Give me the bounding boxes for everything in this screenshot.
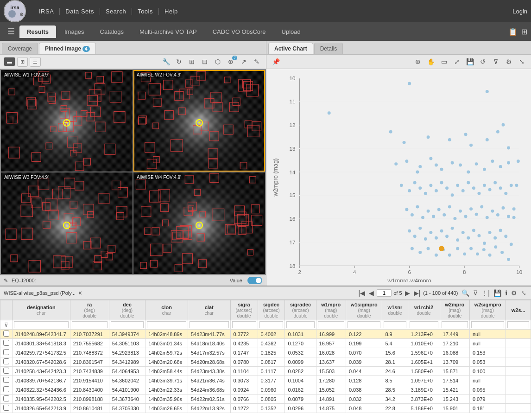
tab-catalogs[interactable]: Catalogs xyxy=(93,25,131,38)
view-single[interactable]: ▬ xyxy=(4,57,15,66)
row-checkbox[interactable] xyxy=(0,376,13,385)
crop-icon[interactable]: ⊟ xyxy=(199,57,210,67)
row-checkbox[interactable] xyxy=(0,357,13,367)
col-sigdec[interactable]: sigdec(arcsec)double xyxy=(258,300,285,320)
col-w2mpro[interactable]: w2mpro(mag)double xyxy=(440,300,469,320)
first-page-btn[interactable]: |◀ xyxy=(358,289,367,297)
save-chart-icon[interactable]: 💾 xyxy=(464,57,475,67)
col-sigradec[interactable]: sigradec(arcsec)double xyxy=(285,300,316,320)
view-list[interactable]: ☰ xyxy=(30,57,41,67)
tab-details[interactable]: Details xyxy=(314,43,343,54)
nav-tools[interactable]: Tools xyxy=(132,8,159,15)
image-w3[interactable]: AllWISE W3 FOV:4.9' xyxy=(1,172,133,274)
col-designation[interactable]: designationchar xyxy=(13,300,70,320)
login-button[interactable]: Login xyxy=(512,8,527,15)
fit-screen-icon[interactable]: ⤢ xyxy=(451,57,462,67)
filter-w1sigmpro[interactable] xyxy=(348,321,381,328)
filter-ra[interactable] xyxy=(72,321,107,328)
image-w4[interactable]: AllWISE W4 FOV:4.9' xyxy=(133,172,265,274)
col-w2s[interactable]: w2s... xyxy=(506,300,531,320)
filter-dec[interactable] xyxy=(111,321,144,328)
column-settings-icon[interactable]: ⋮| xyxy=(480,288,491,298)
tab-coverage[interactable]: Coverage xyxy=(2,43,38,54)
tab-images[interactable]: Images xyxy=(57,25,92,38)
next-page-btn[interactable]: ▶ xyxy=(404,289,411,297)
nav-irsa[interactable]: IRSA xyxy=(33,8,60,15)
pan-icon[interactable]: ✋ xyxy=(425,57,436,67)
filter-designation[interactable] xyxy=(14,321,69,328)
filter-w1rchi2[interactable] xyxy=(410,321,438,328)
expand-table-icon[interactable]: ⤡ xyxy=(520,288,527,298)
nav-icon-2[interactable]: ⊞ xyxy=(521,27,527,36)
row-checkbox[interactable] xyxy=(0,330,13,339)
filter-clat[interactable] xyxy=(190,321,229,328)
col-clat[interactable]: clatchar xyxy=(188,300,230,320)
nav-icon-1[interactable]: 📋 xyxy=(508,27,518,36)
tab-cadc[interactable]: CADC VO ObsCore xyxy=(205,25,273,38)
filter-w2mpro[interactable] xyxy=(442,321,468,328)
reset-icon[interactable]: ↺ xyxy=(477,57,488,67)
col-w1mpro[interactable]: w1mpro(mag)double xyxy=(316,300,346,320)
col-sigra[interactable]: sigra(arcsec)double xyxy=(230,300,258,320)
col-clon[interactable]: clonchar xyxy=(145,300,188,320)
save-table-icon[interactable]: 💾 xyxy=(493,288,502,298)
info-icon[interactable]: ℹ xyxy=(504,288,508,298)
edit-icon-status[interactable]: ✎ xyxy=(4,278,8,284)
layers-icon[interactable]: ⊕7 xyxy=(225,57,236,67)
zoom-in-icon[interactable]: ⊕ xyxy=(412,57,424,67)
overlay-toggle[interactable] xyxy=(247,277,262,284)
tab-multi-archive[interactable]: Multi-archive VO TAP xyxy=(132,25,204,38)
row-checkbox[interactable] xyxy=(0,395,13,404)
svg-point-51 xyxy=(459,163,462,166)
col-w1snr[interactable]: w1snrdouble xyxy=(382,300,408,320)
image-w1[interactable]: AllWISE W1 FOV:4.9' xyxy=(1,70,133,172)
row-checkbox[interactable] xyxy=(0,404,13,413)
filter-funnel-icon[interactable]: ⊽ xyxy=(4,322,8,328)
filter-chart-icon[interactable]: ⊽ xyxy=(490,57,501,67)
pointer-icon[interactable]: ↗ xyxy=(238,57,249,67)
nav-search[interactable]: Search xyxy=(100,8,132,15)
polygon-icon[interactable]: ⬡ xyxy=(212,57,223,67)
nav-help[interactable]: Help xyxy=(159,8,183,15)
tab-pinned-image[interactable]: Pinned Image4 xyxy=(39,43,96,54)
filter-w1snr[interactable] xyxy=(384,321,406,328)
filter-clon[interactable] xyxy=(147,321,186,328)
col-w1sigmpro[interactable]: w1sigmpro(mag)double xyxy=(346,300,382,320)
table-settings-icon[interactable]: ⚙ xyxy=(510,288,518,298)
wrench-icon[interactable]: 🔧 xyxy=(160,57,171,67)
filter-table-icon[interactable]: ⊽ xyxy=(472,288,479,298)
tab-upload[interactable]: Upload xyxy=(274,25,308,38)
edit-icon[interactable]: ✎ xyxy=(251,57,262,67)
filter-w2sigmpro[interactable] xyxy=(471,321,505,328)
prev-page-btn[interactable]: ◀ xyxy=(368,289,375,297)
page-input[interactable]: 1 xyxy=(377,289,392,297)
filter-w1mpro[interactable] xyxy=(318,321,344,328)
filter-w2s[interactable] xyxy=(507,321,529,328)
col-ra[interactable]: ra(deg)double xyxy=(70,300,109,320)
rotate-icon[interactable]: ↻ xyxy=(173,57,184,67)
expand-chart-icon[interactable]: ⤡ xyxy=(516,57,527,67)
row-checkbox[interactable] xyxy=(0,385,13,395)
tab-active-chart[interactable]: Active Chart xyxy=(268,43,313,54)
filter-sigdec[interactable] xyxy=(259,321,284,328)
col-dec[interactable]: dec(deg)double xyxy=(109,300,145,320)
table-close-btn[interactable]: × xyxy=(78,289,82,297)
last-page-btn[interactable]: ▶| xyxy=(413,289,422,297)
nav-datasets[interactable]: Data Sets xyxy=(60,8,100,15)
select-rect-icon[interactable]: ▭ xyxy=(438,57,449,67)
view-grid[interactable]: ⊞ xyxy=(17,57,28,67)
row-checkbox[interactable] xyxy=(0,348,13,357)
hamburger-button[interactable]: ☰ xyxy=(4,25,19,38)
filter-sigradec[interactable] xyxy=(286,321,314,328)
search-table-icon[interactable]: 🔍 xyxy=(461,288,470,298)
col-w1rchi2[interactable]: w1rchi2double xyxy=(408,300,440,320)
grid-icon[interactable]: ⊞ xyxy=(186,57,197,67)
image-w2[interactable]: AllWISE W2 FOV:4.9' xyxy=(133,70,265,172)
tab-results[interactable]: Results xyxy=(19,25,56,38)
row-checkbox[interactable] xyxy=(0,339,13,348)
pin-icon[interactable]: 📌 xyxy=(270,57,281,67)
chart-settings-icon[interactable]: ⚙ xyxy=(503,57,514,67)
filter-sigra[interactable] xyxy=(232,321,256,328)
row-checkbox[interactable] xyxy=(0,367,13,376)
col-w2sigmpro[interactable]: w2sigmpro(mag)double xyxy=(469,300,506,320)
